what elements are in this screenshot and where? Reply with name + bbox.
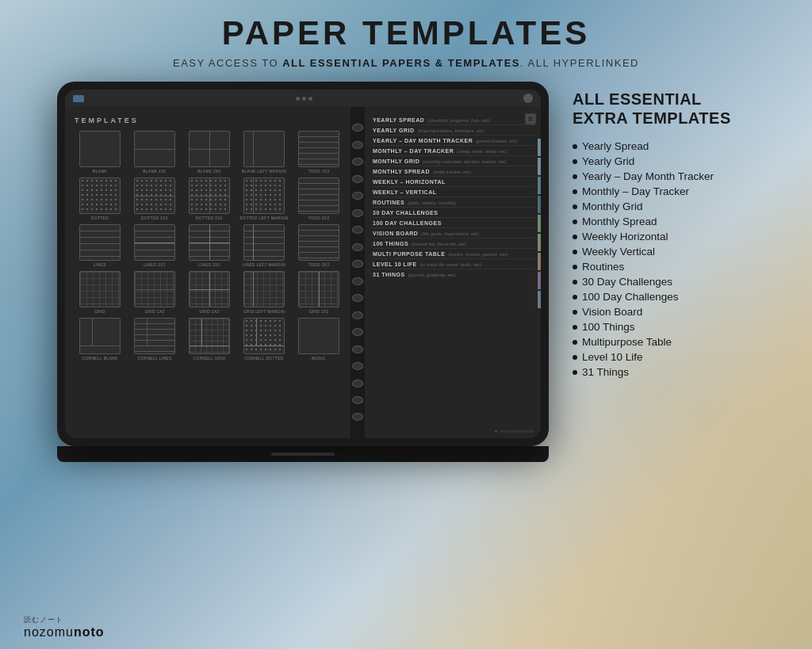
sidebar-list-item: Monthly Grid — [573, 199, 755, 214]
sidebar-item-label: 100 Things — [582, 321, 635, 333]
tab-item-7[interactable] — [538, 253, 541, 270]
template-cell: CORNELL GRID — [184, 318, 235, 361]
sidebar-list-item: Weekly Horizontal — [573, 229, 755, 244]
sidebar-item-label: Monthly Spread — [582, 216, 657, 227]
list-item[interactable]: 30 DAY CHALLENGES — [373, 208, 534, 218]
template-box-lines-left-margin[interactable] — [243, 224, 285, 261]
maximize-icon[interactable] — [525, 113, 536, 124]
tab-item-4[interactable] — [538, 196, 541, 213]
list-item[interactable]: LEVEL 10 LIFE (to track life areas: skil… — [373, 259, 534, 269]
template-label: BLANK 1X2 — [143, 169, 166, 174]
list-item[interactable]: MULTI PURPOSE TABLE (books, movies, game… — [373, 249, 534, 259]
list-item[interactable]: WEEKLY – HORIZONTAL — [373, 177, 534, 187]
template-cell: TODO 2X2 — [293, 178, 344, 220]
tab-item-8[interactable] — [538, 272, 541, 289]
template-label: BLANK LEFT MARGIN — [242, 169, 286, 174]
template-grid-row3: LINES LINES 1X2 — [75, 224, 344, 267]
list-item[interactable]: YEARLY SPREAD (checklist, progress, list… — [373, 115, 534, 125]
template-box-todo-2x2[interactable] — [298, 178, 339, 214]
template-box-lines-1x2[interactable] — [134, 224, 175, 261]
main-row: TEMPLATES BLANK BLANK 1X2 — [0, 82, 812, 462]
template-cell: BLANK 1X2 — [129, 131, 180, 174]
bullet-icon — [573, 235, 577, 239]
template-grid-row5: CORNELL BLANK CORNELL LINES CORNELL GRID — [75, 318, 344, 361]
template-label: GRID 2X2 — [199, 309, 219, 314]
list-item[interactable]: ROUTINES (daily, weekly, monthly) — [373, 197, 534, 208]
sidebar-heading-line2: EXTRA TEMPLATES — [573, 109, 731, 127]
template-box-grid-left-margin[interactable] — [243, 271, 285, 307]
template-box-blank-2x2[interactable] — [189, 131, 230, 167]
tab-item-3[interactable] — [538, 177, 541, 194]
template-box-todo-3x2[interactable] — [298, 224, 339, 261]
template-label: TODO 1X2 — [308, 169, 329, 174]
template-box-blank-1x2[interactable] — [134, 131, 175, 167]
sidebar-item-label: Weekly Vertical — [582, 246, 655, 258]
spiral-coil — [352, 192, 363, 200]
branding-watermark: ● nozomunoto — [495, 429, 534, 433]
template-box-grid[interactable] — [79, 271, 121, 307]
template-box-cornell-grid[interactable] — [189, 318, 230, 354]
notebook-spine — [350, 107, 365, 438]
template-box-blank-left-margin[interactable] — [243, 131, 285, 167]
tab-item-2[interactable] — [538, 158, 541, 175]
template-grid-row1: BLANK BLANK 1X2 BLANK 2X2 — [75, 131, 344, 174]
list-item[interactable]: YEARLY – DAY MONTH TRACKER (period track… — [373, 136, 534, 146]
template-label: CORNELL BLANK — [82, 356, 117, 361]
dot-2 — [302, 97, 306, 101]
template-label: GRID — [94, 309, 105, 314]
list-item[interactable]: 31 THINGS (journal, gratitude, etc) — [373, 269, 534, 279]
bullet-icon — [573, 355, 577, 360]
list-item-desc: (sleep, work, study, etc) — [457, 149, 507, 154]
list-item[interactable]: 100 DAY CHALLENGES — [373, 218, 534, 228]
template-cell: CORNELL BLANK — [75, 318, 125, 361]
template-box-lines[interactable] — [79, 224, 121, 261]
list-item[interactable]: VISION BOARD (life goals, inspirations, … — [373, 228, 534, 239]
tab-item-1[interactable] — [538, 139, 541, 156]
template-box-grid-1x2[interactable] — [134, 271, 175, 307]
sidebar-list-item: 100 Things — [573, 319, 755, 334]
template-box-grid-2x2[interactable] — [189, 271, 230, 307]
tab-item-6[interactable] — [538, 234, 541, 251]
tab-item-9[interactable] — [538, 291, 541, 308]
list-item[interactable]: WEEKLY – VERTICAL — [373, 187, 534, 197]
template-box-music[interactable] — [298, 318, 339, 354]
template-box-cornell-lines[interactable] — [134, 318, 175, 354]
template-box-grid-2x1[interactable] — [298, 271, 339, 307]
list-item-desc: (to track life areas: skills, etc) — [420, 262, 481, 267]
list-item[interactable]: YEARLY GRID (important dates, birthdays,… — [373, 125, 534, 136]
tablet-device: TEMPLATES BLANK BLANK 1X2 — [57, 82, 549, 446]
template-box-cornell-dotted[interactable] — [243, 318, 285, 354]
list-item-name: MONTHLY GRID — [373, 158, 419, 164]
tab-item-5[interactable] — [538, 215, 541, 232]
template-box-cornell-blank[interactable] — [79, 318, 121, 354]
sidebar-item-label: 31 Things — [582, 366, 629, 378]
template-cell: BLANK — [75, 131, 125, 174]
template-box-dotted-2x2[interactable] — [189, 178, 230, 214]
tablet-screen: TEMPLATES BLANK BLANK 1X2 — [65, 90, 541, 438]
template-label: BLANK — [93, 169, 107, 174]
dot-3 — [308, 97, 312, 101]
template-box-lines-2x2[interactable] — [189, 224, 230, 261]
list-item-desc: (life goals, inspirations, etc) — [421, 231, 479, 236]
sidebar-item-label: Yearly Spread — [582, 140, 649, 152]
list-item-desc: (daily, weekly, monthly) — [408, 200, 456, 205]
template-box-todo-1x2[interactable] — [298, 131, 339, 167]
template-box-blank[interactable] — [79, 131, 121, 167]
list-item[interactable]: MONTHLY – DAY TRACKER (sleep, work, stud… — [373, 146, 534, 156]
sidebar-heading-line1: ALL ESSENTIAL — [573, 90, 702, 108]
template-box-dotted-left-margin[interactable] — [243, 178, 285, 214]
template-cell: GRID 2X2 — [184, 271, 235, 314]
list-item[interactable]: 100 THINGS (bucket list, throw list, etc… — [373, 239, 534, 249]
list-item-name: MULTI PURPOSE TABLE — [373, 251, 445, 257]
bullet-icon — [573, 265, 577, 269]
list-item[interactable]: MONTHLY SPREAD (habit tracker, etc) — [373, 166, 534, 177]
template-cell: LINES 1X2 — [129, 224, 180, 267]
spiral-coil — [352, 124, 363, 132]
template-box-dotted[interactable] — [79, 178, 121, 214]
list-item-name: 31 THINGS — [373, 272, 405, 277]
topbar-icon-1 — [523, 94, 533, 103]
template-grid-row4: GRID GRID 1X2 GRID 2X2 — [75, 271, 344, 314]
list-item[interactable]: MONTHLY GRID (monthly overview, planner,… — [373, 156, 534, 166]
template-box-dotted-1x2[interactable] — [134, 178, 175, 214]
template-list: YEARLY SPREAD (checklist, progress, list… — [373, 115, 534, 279]
